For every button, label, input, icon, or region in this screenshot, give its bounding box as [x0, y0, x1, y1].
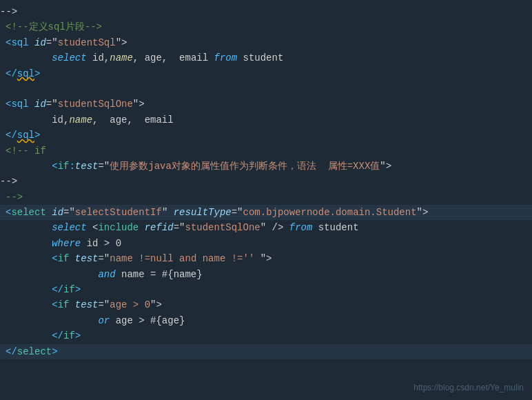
code-line-3: select id,name, age, email from student [0, 50, 532, 66]
code-editor: --> <!--定义sql片段--> <sql id="studentSql">… [0, 0, 532, 400]
code-line-17: </if> [0, 282, 532, 297]
code-line-21: </select> [0, 344, 532, 359]
code-line-6: <sql id="studentSqlOne"> [0, 97, 532, 112]
code-line-5 [0, 81, 532, 97]
code-line-9: <!-- if [0, 143, 532, 159]
code-line-10: <if:test="使用参数java对象的属性值作为判断条件，语法 属性=XXX… [0, 159, 532, 174]
code-line-7: id,name, age, email [0, 112, 532, 128]
code-line-2: <sql id="studentSql"> [0, 35, 532, 50]
code-line-1: <!--定义sql片段--> [0, 19, 532, 34]
code-line-18: <if test="age > 0"> [0, 297, 532, 312]
watermark-text: https://blog.csdn.net/Ye_mulin [413, 381, 524, 394]
code-line-12: <select id="selectStudentIf" resultType=… [0, 205, 532, 220]
code-line-4: </sql> [0, 66, 532, 81]
code-line-14: where id > 0 [0, 236, 532, 251]
code-line-11: --> [0, 190, 532, 205]
code-line-16: and name = #{name} [0, 267, 532, 282]
code-line-8: </sql> [0, 128, 532, 143]
code-line-15: <if test="name !=null and name !='' "> [0, 251, 532, 266]
code-line-20: </if> [0, 328, 532, 343]
code-line-19: or age > #{age} [0, 313, 532, 328]
code-line-13: select <include refid="studentSqlOne" />… [0, 220, 532, 235]
